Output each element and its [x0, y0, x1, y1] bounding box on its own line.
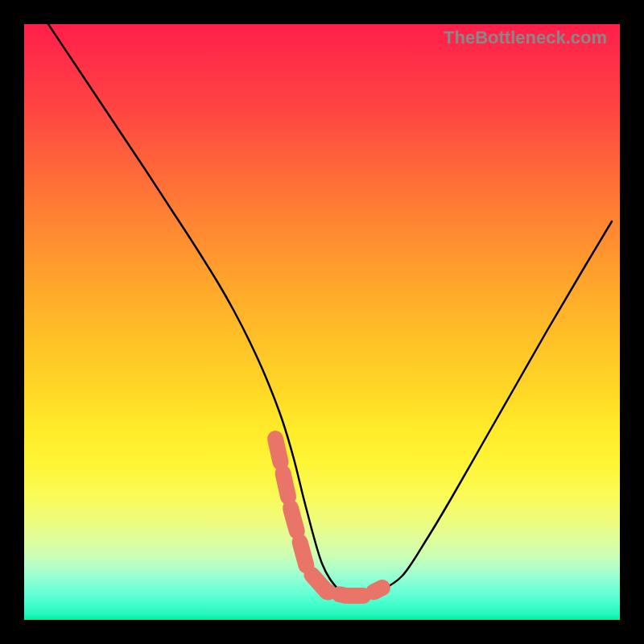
chart-svg	[24, 24, 620, 620]
bottleneck-curve	[48, 24, 612, 597]
marker-group	[275, 439, 382, 596]
chart-frame: TheBottleneck.com	[0, 0, 644, 644]
marker-path	[275, 439, 382, 596]
plot-area: TheBottleneck.com	[24, 24, 620, 620]
